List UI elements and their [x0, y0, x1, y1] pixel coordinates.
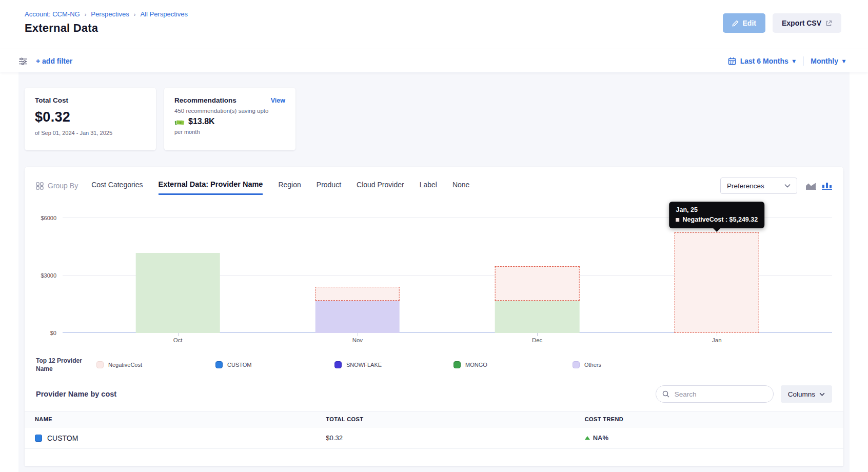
page: Account: CCM-NG › Perspectives › All Per… — [0, 0, 868, 472]
edit-button[interactable]: Edit — [723, 13, 765, 33]
bar-segment-mongo[interactable] — [135, 253, 220, 333]
preferences-dropdown[interactable]: Preferences — [720, 178, 797, 194]
bar-stack-dec[interactable] — [495, 266, 580, 333]
y-axis-tick-label: $6000 — [41, 215, 56, 221]
external-link-icon — [825, 20, 832, 27]
legend-label: Others — [584, 362, 601, 368]
chevron-down-icon — [819, 392, 825, 396]
x-axis-tick — [178, 333, 179, 336]
recommendations-subtitle: 450 recommendation(s) saving upto — [174, 108, 285, 114]
bar-segment-negativecost[interactable] — [315, 287, 400, 301]
chevron-down-icon — [784, 184, 791, 188]
bar-chart-toggle-icon[interactable] — [822, 182, 832, 190]
provider-cost-table: NAME TOTAL COST COST TREND CUSTOM$0.32NA… — [25, 411, 843, 449]
date-range-selector[interactable]: Last 6 Months — [740, 57, 788, 65]
tab-cost-categories[interactable]: Cost Categories — [91, 178, 143, 194]
y-axis-tick-label: $3000 — [41, 272, 56, 279]
tab-label[interactable]: Label — [420, 178, 437, 194]
tooltip-value: NegativeCost : $5,249.32 — [676, 216, 758, 223]
columns-button[interactable]: Columns — [781, 385, 832, 403]
granularity-selector[interactable]: Monthly — [811, 57, 838, 65]
groupby-tabs: Cost CategoriesExternal Data: Provider N… — [91, 177, 469, 195]
x-axis-tick — [358, 333, 358, 336]
cell-name: CUSTOM — [35, 434, 326, 442]
bar-segment-mongo[interactable] — [495, 301, 580, 333]
perspective-main-card: Group By Cost CategoriesExternal Data: P… — [25, 167, 843, 466]
total-cost-period: of Sep 01, 2024 - Jan 31, 2025 — [35, 130, 146, 136]
chart-column-oct[interactable]: Oct — [88, 200, 268, 333]
table-row-custom[interactable]: CUSTOM$0.32NA% — [25, 427, 843, 449]
table-head: NAME TOTAL COST COST TREND — [25, 411, 843, 427]
total-cost-title: Total Cost — [35, 96, 146, 104]
legend-item-custom[interactable]: CUSTOM — [215, 361, 334, 368]
breadcrumb-perspectives[interactable]: Perspectives — [91, 10, 129, 18]
legend-swatch — [573, 361, 580, 368]
columns-button-label: Columns — [788, 390, 815, 398]
tab-external-data-provider-name[interactable]: External Data: Provider Name — [159, 177, 263, 195]
area-chart-toggle-icon[interactable] — [805, 182, 817, 190]
caret-down-icon[interactable]: ▾ — [842, 58, 845, 64]
table-header-row: Provider Name by cost Columns — [36, 385, 832, 403]
legend-item-mongo[interactable]: MONGO — [453, 361, 573, 368]
cell-cost-trend: NA% — [585, 434, 843, 442]
column-header-name[interactable]: NAME — [35, 416, 326, 422]
legend-item-snowflake[interactable]: SNOWFLAKE — [334, 361, 453, 368]
recommendations-title: Recommendations — [174, 96, 236, 104]
grid-icon — [36, 182, 44, 190]
chart-plot-area: $0$3000$6000OctNovDecJanJan, 25NegativeC… — [63, 200, 832, 333]
bar-segment-snowflake[interactable] — [315, 301, 400, 333]
bar-segment-negativecost[interactable] — [495, 266, 580, 300]
trend-up-icon — [585, 436, 590, 440]
breadcrumb-all-perspectives[interactable]: All Perspectives — [140, 10, 187, 18]
page-header: Account: CCM-NG › Perspectives › All Per… — [0, 0, 868, 49]
preferences-label: Preferences — [727, 182, 764, 190]
y-axis-tick-label: $0 — [50, 330, 56, 336]
tab-cloud-provider[interactable]: Cloud Provider — [357, 178, 404, 194]
breadcrumb-separator-icon: › — [134, 11, 136, 17]
add-filter-button[interactable]: + add filter — [36, 57, 72, 65]
legend-item-negativecost[interactable]: NegativeCost — [96, 361, 215, 368]
chart-column-dec[interactable]: Dec — [447, 200, 627, 333]
pencil-icon — [732, 20, 739, 27]
header-actions: Edit Export CSV — [723, 13, 841, 33]
bar-stack-jan[interactable] — [675, 232, 759, 333]
summary-cards: Total Cost $0.32 of Sep 01, 2024 - Jan 3… — [25, 88, 843, 150]
caret-down-icon[interactable]: ▾ — [793, 58, 796, 64]
chart-slots: OctNovDecJanJan, 25NegativeCost : $5,249… — [88, 200, 807, 333]
column-header-cost-trend[interactable]: COST TREND — [585, 416, 843, 422]
search-input[interactable] — [674, 390, 767, 399]
chart-column-jan[interactable]: JanJan, 25NegativeCost : $5,249.32 — [627, 200, 806, 333]
legend-item-others[interactable]: Others — [573, 361, 692, 368]
groupby-label: Group By — [36, 182, 78, 190]
column-header-total-cost[interactable]: TOTAL COST — [326, 416, 584, 422]
tooltip-title: Jan, 25 — [676, 206, 758, 213]
legend-label: SNOWFLAKE — [346, 362, 382, 368]
recommendations-view-link[interactable]: View — [271, 97, 285, 104]
chart-column-nov[interactable]: Nov — [268, 200, 447, 333]
legend-swatch — [96, 361, 104, 368]
legend-label: CUSTOM — [227, 362, 251, 368]
breadcrumb-account[interactable]: Account: CCM-NG — [25, 10, 80, 18]
calendar-icon — [728, 57, 736, 65]
legend-label: MONGO — [465, 362, 487, 368]
tooltip-series-swatch — [676, 218, 680, 222]
export-csv-label: Export CSV — [782, 19, 821, 27]
bar-stack-nov[interactable] — [315, 287, 400, 333]
filter-settings-icon[interactable] — [18, 57, 28, 65]
legend-swatch — [453, 361, 461, 368]
edit-button-label: Edit — [743, 19, 756, 27]
export-csv-button[interactable]: Export CSV — [773, 13, 841, 33]
x-axis-tick — [537, 333, 538, 336]
tab-product[interactable]: Product — [317, 178, 341, 194]
x-axis-tick-label: Nov — [352, 337, 363, 343]
bar-stack-oct[interactable] — [135, 253, 220, 333]
recommendations-per-month: per month — [174, 129, 285, 135]
filter-toolbar: + add filter Last 6 Months ▾ Monthly ▾ — [0, 49, 868, 72]
bar-segment-negativecost[interactable] — [675, 232, 759, 333]
legend-swatch — [215, 361, 223, 368]
total-cost-value: $0.32 — [35, 109, 146, 125]
tab-none[interactable]: None — [452, 178, 469, 194]
tab-region[interactable]: Region — [278, 178, 301, 194]
table-body: CUSTOM$0.32NA% — [25, 427, 843, 449]
content-area: Total Cost $0.32 of Sep 01, 2024 - Jan 3… — [18, 72, 850, 472]
